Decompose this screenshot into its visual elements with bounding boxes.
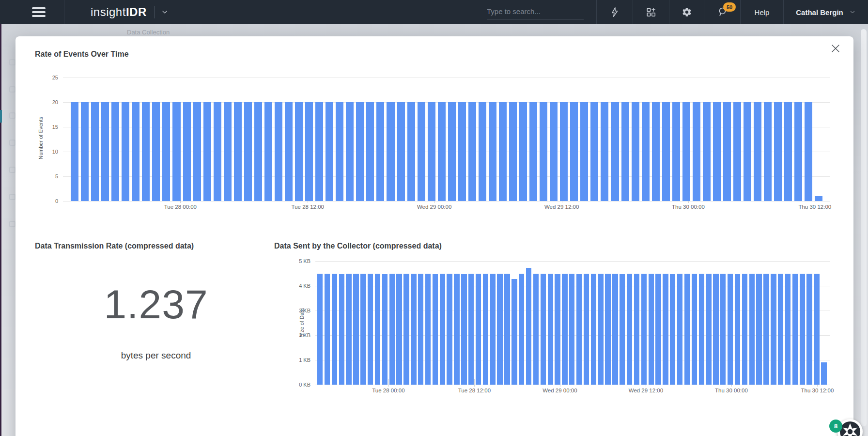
top-nav: insightIDR — [0, 0, 868, 24]
data-sent-chart-title: Data Sent by the Collector (compressed d… — [274, 242, 442, 250]
bar — [454, 274, 459, 385]
bar — [468, 102, 476, 201]
page-scrollbar[interactable] — [861, 29, 867, 426]
bar — [325, 274, 330, 385]
bar — [317, 274, 323, 385]
bar — [560, 102, 568, 201]
bar — [387, 102, 394, 201]
bar — [368, 274, 373, 385]
pinwheel-star-icon — [839, 420, 861, 436]
bar — [519, 102, 527, 201]
bar — [649, 274, 654, 385]
bar — [742, 274, 747, 385]
bar — [632, 102, 639, 201]
bar — [670, 274, 675, 385]
bar — [548, 274, 553, 385]
bar — [706, 274, 711, 385]
user-menu[interactable]: Cathal Bergin — [783, 0, 868, 24]
bar — [389, 274, 395, 385]
bar — [590, 102, 598, 201]
bar — [774, 102, 782, 201]
help-label: Help — [755, 8, 770, 16]
bar — [275, 102, 282, 201]
bar — [428, 102, 435, 201]
bar — [569, 274, 574, 385]
bar — [397, 102, 405, 201]
window-edge-strip — [0, 24, 1, 436]
bar — [305, 102, 313, 201]
bar — [713, 274, 718, 385]
y-axis-tick-label: 20 — [29, 99, 58, 105]
bar — [621, 102, 629, 201]
bar — [756, 274, 761, 385]
bar — [407, 102, 415, 201]
bar — [111, 102, 119, 201]
bar — [792, 274, 798, 385]
bar — [490, 274, 496, 385]
bar — [172, 102, 180, 201]
nav-right-group: 50 Help Cathal Bergin — [473, 0, 868, 24]
y-axis-tick-label: 5 — [29, 173, 58, 179]
bar — [332, 274, 337, 385]
close-icon — [830, 43, 841, 54]
widget-count-badge[interactable]: 8 — [829, 420, 842, 433]
bar — [81, 102, 89, 201]
x-axis-tick-label: Wed 29 00:00 — [542, 388, 577, 393]
quick-actions-button[interactable] — [596, 0, 633, 24]
bar — [162, 102, 170, 201]
bar — [132, 102, 140, 201]
sidebar-icon-hint — [9, 112, 16, 119]
bar — [403, 274, 409, 385]
product-logo[interactable]: insightIDR — [91, 5, 169, 19]
events-chart-title: Rate of Events Over Time — [35, 50, 129, 59]
bar — [366, 102, 374, 201]
sidebar-icon-hint — [9, 86, 16, 93]
bar — [703, 102, 711, 201]
chevron-down-icon[interactable] — [161, 8, 169, 16]
logo-separator — [154, 6, 155, 18]
bar — [677, 274, 682, 385]
bar — [771, 274, 776, 385]
bar — [234, 102, 242, 201]
whats-new-button[interactable]: 50 — [704, 0, 740, 24]
bar — [264, 102, 272, 201]
bar — [193, 102, 201, 201]
bar — [476, 274, 481, 385]
bar — [764, 102, 772, 201]
bar — [611, 102, 619, 201]
lightning-icon — [609, 7, 620, 17]
bar — [814, 274, 819, 385]
settings-button[interactable] — [669, 0, 704, 24]
bar — [360, 274, 366, 385]
nav-separator — [64, 0, 64, 24]
bar — [805, 102, 812, 201]
sidebar-icon-hint — [9, 194, 16, 200]
bar — [672, 102, 680, 201]
bar — [101, 102, 109, 201]
menu-hamburger-button[interactable] — [32, 3, 53, 21]
data-sent-chart-plot: 0 KB1 KB2 KB3 KB4 KB5 KBTue 28 00:00Tue … — [315, 261, 830, 385]
bar — [91, 102, 99, 201]
bar — [447, 274, 452, 385]
x-axis-tick-label: Thu 30 00:00 — [672, 204, 705, 210]
logo-suffix: IDR — [126, 5, 147, 19]
help-button[interactable]: Help — [740, 0, 783, 24]
search-input[interactable] — [487, 5, 584, 19]
y-axis-tick-label: 1 KB — [281, 357, 310, 363]
bar — [519, 274, 524, 385]
bar — [489, 102, 496, 201]
bar — [562, 274, 567, 385]
apps-button[interactable] — [633, 0, 669, 24]
bar — [315, 102, 323, 201]
bar — [692, 274, 697, 385]
close-button[interactable] — [828, 41, 843, 56]
events-chart-plot: 0510152025Tue 28 00:00Tue 28 12:00Wed 29… — [63, 78, 830, 201]
bar — [728, 274, 733, 385]
bar — [152, 102, 160, 201]
bar — [203, 102, 211, 201]
bar — [735, 274, 740, 385]
bar — [720, 274, 726, 385]
y-axis-tick-label: 25 — [29, 75, 58, 80]
bar — [580, 102, 588, 201]
bar — [601, 102, 608, 201]
